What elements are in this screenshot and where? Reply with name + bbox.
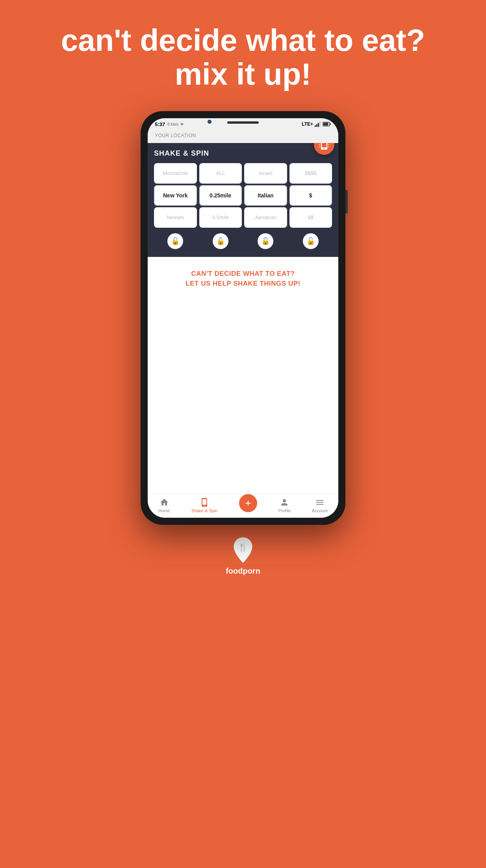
- side-button: [345, 190, 348, 214]
- svg-text:🍴: 🍴: [238, 543, 248, 552]
- lock-icon: 🔓: [258, 233, 273, 249]
- signal-icon: [315, 121, 321, 127]
- lock-btn-location[interactable]: 🔓: [154, 233, 197, 249]
- headline: can't decide what to eat? mix it up!: [0, 0, 486, 107]
- info-line1: CAN'T DECIDE WHAT TO EAT?: [185, 269, 300, 279]
- slot-cell-active[interactable]: 0.25mile: [199, 185, 242, 206]
- slot-cell[interactable]: Israeli: [244, 163, 287, 184]
- slot-cell-active[interactable]: $: [289, 185, 332, 206]
- lock-btn-cuisine[interactable]: 🔓: [244, 233, 287, 249]
- shake-section: SHAKE & SPIN Moonachie New York Newark A…: [148, 143, 338, 257]
- status-right: LTE+: [302, 121, 331, 127]
- slot-cell[interactable]: Newark: [154, 207, 197, 228]
- nav-item-shake[interactable]: Shake & Spin: [191, 498, 218, 513]
- lock-btn-distance[interactable]: 🔓: [199, 233, 242, 249]
- slot-cell[interactable]: Moonachie: [154, 163, 197, 184]
- location-bar[interactable]: YOUR LOCATION: [148, 130, 338, 143]
- footer-logo: 🍴 foodporn: [0, 525, 486, 584]
- lock-icon: 🔓: [303, 233, 319, 249]
- slot-col-price: $$$$ $ $$: [289, 163, 332, 228]
- lock-btn-price[interactable]: 🔓: [289, 233, 332, 249]
- nav-label-profile: Profile: [278, 508, 291, 513]
- nav-label-home: Home: [158, 508, 170, 513]
- profile-icon: [280, 498, 289, 507]
- slot-col-distance: ALL 0.25mile 0.5mile: [199, 163, 242, 228]
- lock-icon: 🔓: [167, 233, 183, 249]
- status-time: 5:37: [155, 121, 165, 127]
- phone-shake-icon: [319, 143, 330, 150]
- location-label: YOUR LOCATION: [155, 133, 196, 138]
- info-line2: LET US HELP SHAKE THINGS UP!: [185, 279, 300, 289]
- status-dot: [181, 123, 183, 125]
- status-bar: 5:37 0 kb/s LTE+: [148, 118, 338, 130]
- bottom-nav: Home Shake & Spin: [148, 494, 338, 518]
- slot-cell[interactable]: ALL: [199, 163, 242, 184]
- svg-rect-0: [315, 125, 316, 127]
- slot-cell-active[interactable]: Italian: [244, 185, 287, 206]
- phone-speaker: [227, 121, 259, 124]
- lock-icon: 🔓: [213, 233, 228, 249]
- svg-rect-3: [319, 121, 321, 127]
- svg-rect-2: [318, 123, 319, 127]
- home-icon: [160, 498, 169, 507]
- slot-cell[interactable]: Jamaican: [244, 207, 287, 228]
- nav-item-profile[interactable]: Profile: [278, 498, 291, 513]
- app-content: SHAKE & SPIN Moonachie New York Newark A…: [148, 143, 338, 518]
- info-section: CAN'T DECIDE WHAT TO EAT? LET US HELP SH…: [148, 257, 338, 494]
- svg-rect-5: [330, 123, 331, 125]
- svg-rect-1: [316, 124, 317, 127]
- slot-col-cuisine: Israeli Italian Jamaican: [244, 163, 287, 228]
- phone-screen: 5:37 0 kb/s LTE+: [148, 118, 338, 518]
- nav-label-account: Account: [312, 508, 328, 513]
- svg-rect-6: [323, 123, 328, 126]
- lock-row: 🔓 🔓 🔓 🔓: [154, 233, 332, 249]
- slot-cell-active[interactable]: New York: [154, 185, 197, 206]
- status-left: 5:37 0 kb/s: [155, 121, 183, 127]
- nav-label-shake: Shake & Spin: [191, 508, 218, 513]
- slot-col-location: Moonachie New York Newark: [154, 163, 197, 228]
- status-lte: LTE+: [302, 121, 313, 127]
- nav-item-add[interactable]: [239, 494, 257, 512]
- shake-icon: [200, 498, 209, 507]
- account-icon: [315, 498, 325, 507]
- slot-cell[interactable]: 0.5mile: [199, 207, 242, 228]
- slots-container: Moonachie New York Newark ALL 0.25mile 0…: [154, 163, 332, 228]
- foodporn-logo-icon: 🍴: [229, 537, 257, 564]
- info-text: CAN'T DECIDE WHAT TO EAT? LET US HELP SH…: [185, 269, 300, 289]
- slot-cell[interactable]: $$: [289, 207, 332, 228]
- add-icon: [244, 499, 252, 507]
- phone-wrapper: 5:37 0 kb/s LTE+: [0, 107, 486, 525]
- nav-item-home[interactable]: Home: [158, 498, 170, 513]
- phone-device: 5:37 0 kb/s LTE+: [141, 111, 345, 525]
- slot-cell[interactable]: $$$$: [289, 163, 332, 184]
- battery-icon: [323, 122, 331, 126]
- nav-item-account[interactable]: Account: [312, 498, 328, 513]
- foodporn-logo-text: foodporn: [226, 567, 260, 576]
- phone-camera: [208, 120, 211, 124]
- status-network: 0 kb/s: [167, 122, 178, 126]
- shake-title: SHAKE & SPIN: [154, 149, 332, 158]
